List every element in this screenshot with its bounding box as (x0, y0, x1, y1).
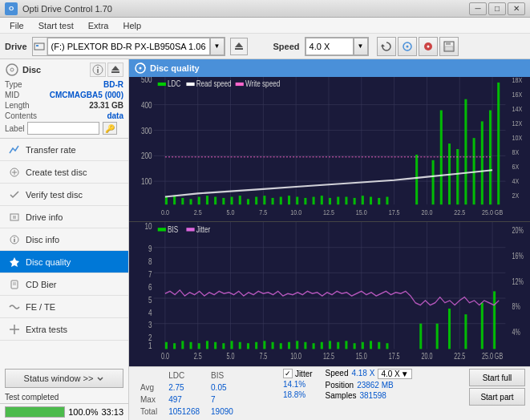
nav-disc-info[interactable]: Disc info (0, 228, 128, 251)
nav-extra-tests[interactable]: Extra tests (0, 318, 128, 341)
svg-rect-78 (263, 196, 265, 204)
svg-rect-168 (296, 341, 298, 349)
speed-dropdown[interactable]: 4.0 X ▼ (378, 369, 411, 379)
window-controls: ─ □ ✕ (469, 2, 525, 15)
menu-extra[interactable]: Extra (82, 19, 115, 32)
jitter-avg: 14.1% (283, 380, 313, 389)
menu-help[interactable]: Help (116, 19, 148, 32)
svg-text:2.5: 2.5 (194, 208, 202, 216)
svg-point-35 (140, 67, 142, 70)
minimize-button[interactable]: ─ (469, 2, 487, 15)
svg-rect-154 (181, 341, 184, 349)
disc-label-edit-button[interactable]: 🔑 (103, 122, 117, 135)
menu-start-test[interactable]: Start test (32, 19, 80, 32)
svg-marker-28 (10, 257, 19, 267)
svg-text:25.0 GB: 25.0 GB (482, 208, 503, 216)
start-full-button[interactable]: Start full (469, 369, 525, 386)
svg-text:20.0: 20.0 (421, 352, 432, 361)
svg-text:200: 200 (141, 151, 152, 161)
svg-rect-170 (313, 343, 315, 349)
disc-contents-label: Contents (5, 111, 37, 120)
stats-max-label: Max (136, 394, 162, 405)
disc-quality-header-icon (134, 62, 147, 75)
svg-rect-175 (354, 343, 356, 349)
nav-drive-info-label: Drive info (26, 212, 63, 222)
svg-text:400: 400 (141, 100, 152, 111)
svg-text:12.5: 12.5 (323, 208, 334, 216)
stats-bis-header: BIS (206, 370, 238, 381)
drive-dropdown-arrow[interactable]: ▼ (210, 38, 225, 55)
disc-label-label: Label (5, 124, 24, 133)
svg-rect-0 (34, 43, 44, 50)
svg-rect-163 (255, 342, 257, 349)
save-button[interactable] (439, 37, 459, 56)
svg-text:4%: 4% (512, 328, 521, 337)
nav-create-test-disc[interactable]: Create test disc (0, 161, 128, 184)
position-label: Position (326, 381, 354, 390)
svg-text:7.5: 7.5 (259, 352, 267, 361)
svg-text:12.5: 12.5 (323, 352, 334, 361)
svg-rect-10 (446, 42, 451, 45)
status-chevron-icon (96, 374, 104, 382)
disc-button[interactable] (398, 37, 417, 56)
svg-rect-185 (493, 291, 496, 349)
disc-info-button[interactable] (90, 63, 106, 77)
eject-button[interactable] (230, 38, 248, 55)
position-row: Position 23862 MB (326, 381, 412, 390)
svg-rect-75 (239, 196, 241, 204)
refresh-button[interactable] (377, 37, 396, 56)
close-button[interactable]: ✕ (508, 2, 525, 15)
speed-selector[interactable]: 4.0 X (305, 38, 354, 55)
nav-verify-test-disc[interactable]: Verify test disc (0, 184, 128, 206)
svg-text:22.5: 22.5 (454, 352, 465, 361)
nav-transfer-rate[interactable]: Transfer rate (0, 139, 128, 161)
stats-total-ldc: 1051268 (164, 406, 204, 417)
svg-rect-87 (337, 197, 339, 205)
svg-rect-91 (370, 197, 372, 205)
menubar: File Start test Extra Help (0, 18, 530, 34)
menu-file[interactable]: File (3, 19, 30, 32)
svg-text:18X: 18X (512, 77, 523, 84)
nav-disc-quality[interactable]: Disc quality (0, 251, 128, 273)
svg-rect-1 (36, 45, 38, 46)
drive-icon (33, 38, 47, 55)
speed-label: Speed (273, 42, 300, 51)
drive-selector[interactable]: (F:) PLEXTOR BD-R PX-LB950SA 1.06 (47, 38, 210, 55)
cd-bier-icon (8, 278, 21, 291)
speed-dropdown-arrow[interactable]: ▼ (354, 38, 368, 55)
svg-rect-66 (165, 197, 168, 205)
svg-marker-17 (111, 66, 119, 71)
nav-cd-bier[interactable]: CD Bier (0, 273, 128, 296)
svg-rect-89 (354, 198, 356, 204)
svg-point-26 (14, 236, 15, 238)
maximize-button[interactable]: □ (488, 2, 506, 15)
speed-row-val: 4.18 X (351, 369, 374, 379)
svg-rect-106 (186, 83, 194, 86)
nav-menu: Transfer rate Create test disc Verify te… (0, 139, 128, 341)
top-chart-svg: 500 400 300 200 100 18X 16X 14X 12X 10X … (129, 77, 530, 221)
svg-text:25.0 GB: 25.0 GB (482, 352, 503, 361)
nav-drive-info[interactable]: Drive info (0, 206, 128, 228)
svg-rect-73 (222, 198, 225, 204)
svg-rect-68 (181, 198, 184, 204)
svg-rect-90 (362, 196, 364, 204)
disc-label-input[interactable] (27, 122, 99, 135)
svg-text:7: 7 (148, 269, 152, 280)
svg-text:Read speed: Read speed (196, 79, 232, 89)
nav-cd-bier-label: CD Bier (26, 280, 57, 289)
status-window-button[interactable]: Status window >> (5, 369, 123, 388)
disc-eject-button[interactable] (107, 63, 123, 77)
burn-button[interactable] (419, 37, 438, 56)
jitter-label: Jitter (295, 370, 313, 378)
svg-text:17.5: 17.5 (389, 208, 400, 216)
svg-rect-186 (158, 228, 166, 231)
svg-rect-71 (206, 196, 208, 204)
svg-text:4X: 4X (512, 176, 520, 185)
nav-fe-te[interactable]: FE / TE (0, 296, 128, 318)
speed-dropdown-val: 4.0 X (381, 370, 399, 378)
disc-length-value: 23.31 GB (89, 101, 123, 110)
bottom-chart-svg: 10 9 8 7 6 5 4 3 2 1 20% 16% 12% 8% 4% (129, 222, 530, 366)
svg-rect-88 (345, 197, 347, 205)
jitter-checkbox[interactable]: ✓ (283, 369, 293, 378)
start-part-button[interactable]: Start part (469, 388, 525, 406)
